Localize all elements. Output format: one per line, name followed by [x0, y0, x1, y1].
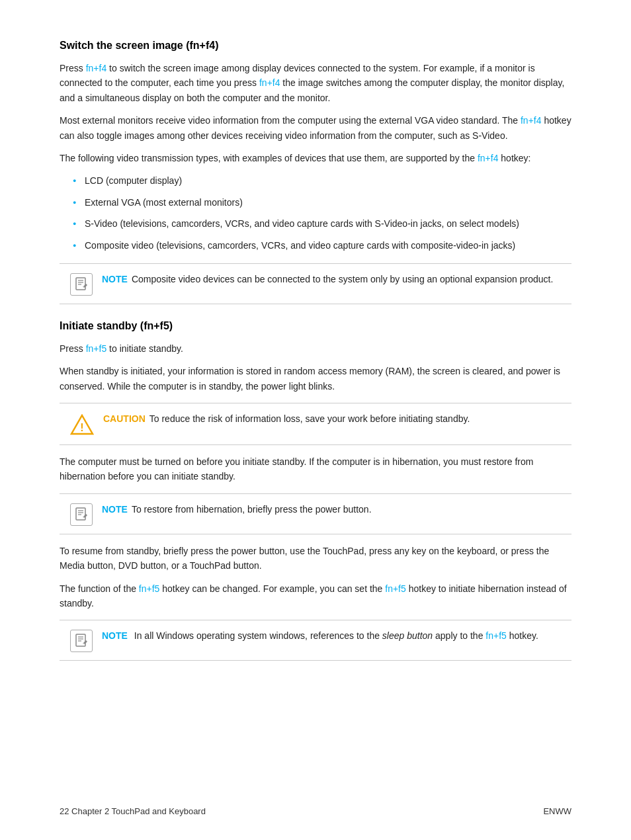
svg-rect-0 [76, 278, 85, 290]
note-composite-video-text: NOTEComposite video devices can be conne… [102, 272, 553, 286]
list-item: External VGA (most external monitors) [73, 195, 571, 210]
fn-f5-ref-4: fn+f5 [485, 630, 507, 641]
fn-f5-ref-2: fn+f5 [139, 583, 160, 594]
footer: 22 Chapter 2 TouchPad and Keyboard ENWW [60, 806, 571, 816]
svg-rect-12 [76, 634, 85, 646]
section-standby: Initiate standby (fn+f5) Press fn+f5 to … [60, 320, 571, 661]
section-switch-p1: Press fn+f4 to switch the screen image a… [60, 61, 571, 105]
section-standby-p5: The function of the fn+f5 hotkey can be … [60, 581, 571, 611]
list-item: Composite video (televisions, camcorders… [73, 238, 571, 253]
note-label: NOTE [102, 274, 128, 284]
section-switch-heading: Switch the screen image (fn+f4) [60, 40, 571, 52]
video-types-list: LCD (computer display) External VGA (mos… [73, 173, 571, 253]
fn-f5-ref-3: fn+f5 [385, 583, 406, 594]
section-standby-p1: Press fn+f5 to initiate standby. [60, 341, 571, 356]
section-switch-p2: Most external monitors receive video inf… [60, 113, 571, 143]
caution-body: To reduce the risk of information loss, … [149, 413, 470, 424]
note-icon-2 [70, 503, 93, 526]
note-label-2: NOTE [102, 504, 128, 515]
sleep-button-italic: sleep button [382, 630, 433, 641]
caution-triangle-icon: ! [70, 413, 94, 437]
note-label-3: NOTE [102, 630, 128, 641]
footer-left: 22 Chapter 2 TouchPad and Keyboard [60, 806, 206, 816]
list-item: LCD (computer display) [73, 173, 571, 188]
page-content: Switch the screen image (fn+f4) Press fn… [0, 0, 631, 730]
fn-f4-ref-4: fn+f4 [478, 153, 499, 163]
section-standby-p4: To resume from standby, briefly press th… [60, 544, 571, 573]
section-switch: Switch the screen image (fn+f4) Press fn… [60, 40, 571, 304]
svg-text:!: ! [80, 422, 83, 433]
svg-line-4 [83, 286, 84, 287]
caution-label: CAUTION [103, 413, 146, 424]
caution-box: ! CAUTIONTo reduce the risk of informati… [60, 403, 571, 445]
note-composite-video: NOTEComposite video devices can be conne… [60, 263, 571, 304]
section-switch-p3: The following video transmission types, … [60, 151, 571, 165]
list-item: S-Video (televisions, camcorders, VCRs, … [73, 216, 571, 231]
note-icon-3 [70, 630, 93, 652]
svg-line-11 [83, 517, 84, 517]
note-sleep-button: NOTE In all Windows operating system win… [60, 620, 571, 661]
caution-text: CAUTIONTo reduce the risk of information… [103, 411, 470, 426]
fn-f4-ref-1: fn+f4 [86, 63, 107, 73]
note-body-2: To restore from hibernation, briefly pre… [132, 504, 372, 515]
footer-right: ENWW [543, 806, 571, 816]
section-standby-p2: When standby is initiated, your informat… [60, 364, 571, 394]
svg-rect-7 [76, 508, 85, 520]
section-standby-p3: The computer must be turned on before yo… [60, 454, 571, 484]
fn-f5-ref-1: fn+f5 [86, 343, 107, 354]
fn-f4-ref-2: fn+f4 [259, 77, 280, 88]
fn-f4-ref-3: fn+f4 [521, 115, 542, 126]
note-hibernation: NOTETo restore from hibernation, briefly… [60, 493, 571, 534]
svg-line-16 [83, 644, 84, 644]
section-standby-heading: Initiate standby (fn+f5) [60, 320, 571, 332]
note-icon [70, 273, 93, 296]
note-hibernation-text: NOTETo restore from hibernation, briefly… [102, 502, 372, 517]
note-sleep-button-text: NOTE In all Windows operating system win… [102, 628, 538, 643]
note-body: Composite video devices can be connected… [132, 274, 553, 284]
